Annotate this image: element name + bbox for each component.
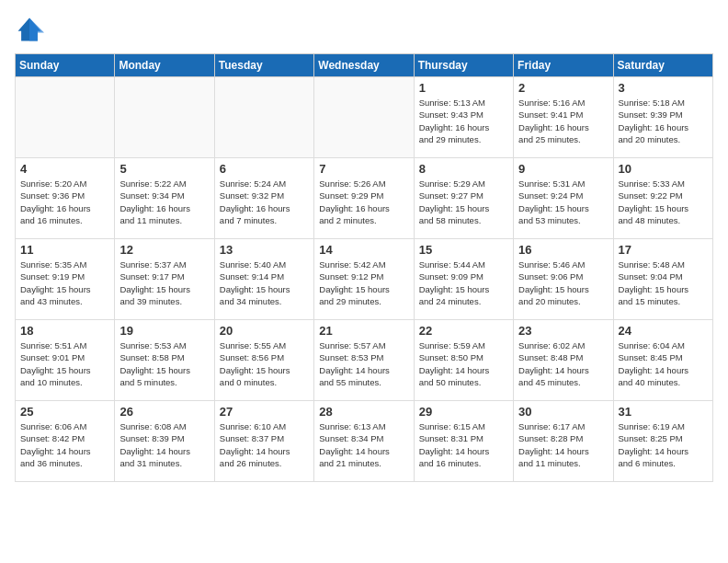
day-info: Sunrise: 5:35 AM Sunset: 9:19 PM Dayligh… [20,259,109,307]
day-info: Sunrise: 5:59 AM Sunset: 8:50 PM Dayligh… [419,339,508,388]
calendar-cell: 13Sunrise: 5:40 AM Sunset: 9:14 PM Dayli… [214,239,313,320]
calendar-cell: 26Sunrise: 6:08 AM Sunset: 8:39 PM Dayli… [115,401,214,482]
logo [15,15,48,44]
calendar-cell: 22Sunrise: 5:59 AM Sunset: 8:50 PM Dayli… [414,320,513,401]
day-number: 15 [419,243,508,257]
day-number: 8 [419,162,508,176]
day-number: 27 [220,405,309,419]
calendar-cell [16,77,115,158]
day-info: Sunrise: 5:51 AM Sunset: 9:01 PM Dayligh… [20,339,109,388]
day-number: 3 [619,81,708,95]
weekday-header-thursday: Thursday [414,54,513,77]
day-info: Sunrise: 5:18 AM Sunset: 9:39 PM Dayligh… [619,97,708,145]
calendar-cell: 17Sunrise: 5:48 AM Sunset: 9:04 PM Dayli… [613,239,712,320]
logo-icon [15,15,44,44]
day-number: 9 [518,162,608,176]
day-number: 17 [619,243,708,257]
calendar-cell: 20Sunrise: 5:55 AM Sunset: 8:56 PM Dayli… [214,320,313,401]
calendar-table: SundayMondayTuesdayWednesdayThursdayFrid… [15,53,713,482]
day-number: 7 [319,162,408,176]
day-number: 20 [220,324,309,338]
calendar-cell: 24Sunrise: 6:04 AM Sunset: 8:45 PM Dayli… [613,320,712,401]
day-info: Sunrise: 5:40 AM Sunset: 9:14 PM Dayligh… [220,259,309,307]
day-info: Sunrise: 6:08 AM Sunset: 8:39 PM Dayligh… [119,420,209,469]
day-number: 30 [518,405,608,419]
day-number: 12 [119,243,209,257]
day-info: Sunrise: 5:53 AM Sunset: 8:58 PM Dayligh… [119,339,209,388]
calendar-cell: 1Sunrise: 5:13 AM Sunset: 9:43 PM Daylig… [414,77,513,158]
day-number: 10 [619,162,708,176]
calendar-cell: 4Sunrise: 5:20 AM Sunset: 9:36 PM Daylig… [16,158,115,239]
weekday-header-monday: Monday [115,54,214,77]
day-number: 16 [518,243,608,257]
day-info: Sunrise: 5:16 AM Sunset: 9:41 PM Dayligh… [518,97,608,145]
calendar-cell: 31Sunrise: 6:19 AM Sunset: 8:25 PM Dayli… [613,401,712,482]
calendar-cell: 14Sunrise: 5:42 AM Sunset: 9:12 PM Dayli… [314,239,414,320]
calendar-cell: 5Sunrise: 5:22 AM Sunset: 9:34 PM Daylig… [115,158,214,239]
day-number: 21 [319,324,408,338]
day-info: Sunrise: 6:02 AM Sunset: 8:48 PM Dayligh… [518,339,608,388]
calendar-cell [314,77,414,158]
calendar-cell: 16Sunrise: 5:46 AM Sunset: 9:06 PM Dayli… [514,239,613,320]
weekday-header-friday: Friday [514,54,613,77]
day-info: Sunrise: 5:26 AM Sunset: 9:29 PM Dayligh… [319,178,408,226]
day-info: Sunrise: 5:24 AM Sunset: 9:32 PM Dayligh… [220,178,309,226]
weekday-header-saturday: Saturday [613,54,712,77]
weekday-header-sunday: Sunday [16,54,115,77]
calendar-cell: 18Sunrise: 5:51 AM Sunset: 9:01 PM Dayli… [16,320,115,401]
day-info: Sunrise: 6:17 AM Sunset: 8:28 PM Dayligh… [518,420,608,469]
calendar-cell: 11Sunrise: 5:35 AM Sunset: 9:19 PM Dayli… [16,239,115,320]
calendar-week-row: 25Sunrise: 6:06 AM Sunset: 8:42 PM Dayli… [16,401,713,482]
calendar-cell: 21Sunrise: 5:57 AM Sunset: 8:53 PM Dayli… [314,320,414,401]
calendar-cell: 25Sunrise: 6:06 AM Sunset: 8:42 PM Dayli… [16,401,115,482]
day-info: Sunrise: 6:15 AM Sunset: 8:31 PM Dayligh… [419,420,508,469]
day-info: Sunrise: 5:33 AM Sunset: 9:22 PM Dayligh… [619,178,708,226]
day-number: 26 [119,405,209,419]
day-info: Sunrise: 6:10 AM Sunset: 8:37 PM Dayligh… [220,420,309,469]
calendar-cell: 6Sunrise: 5:24 AM Sunset: 9:32 PM Daylig… [214,158,313,239]
calendar-cell: 3Sunrise: 5:18 AM Sunset: 9:39 PM Daylig… [613,77,712,158]
day-info: Sunrise: 5:20 AM Sunset: 9:36 PM Dayligh… [20,178,109,226]
day-info: Sunrise: 5:13 AM Sunset: 9:43 PM Dayligh… [419,97,508,145]
day-number: 18 [20,324,109,338]
calendar-week-row: 18Sunrise: 5:51 AM Sunset: 9:01 PM Dayli… [16,320,713,401]
day-number: 1 [419,81,508,95]
calendar-week-row: 1Sunrise: 5:13 AM Sunset: 9:43 PM Daylig… [16,77,713,158]
day-number: 5 [119,162,209,176]
day-info: Sunrise: 6:04 AM Sunset: 8:45 PM Dayligh… [619,339,708,388]
calendar-cell: 15Sunrise: 5:44 AM Sunset: 9:09 PM Dayli… [414,239,513,320]
day-number: 11 [20,243,109,257]
day-number: 23 [518,324,608,338]
day-number: 6 [220,162,309,176]
calendar-cell: 27Sunrise: 6:10 AM Sunset: 8:37 PM Dayli… [214,401,313,482]
day-number: 4 [20,162,109,176]
day-number: 13 [220,243,309,257]
calendar-cell: 7Sunrise: 5:26 AM Sunset: 9:29 PM Daylig… [314,158,414,239]
calendar-cell: 9Sunrise: 5:31 AM Sunset: 9:24 PM Daylig… [514,158,613,239]
day-info: Sunrise: 5:55 AM Sunset: 8:56 PM Dayligh… [220,339,309,388]
day-info: Sunrise: 6:13 AM Sunset: 8:34 PM Dayligh… [319,420,408,469]
calendar-header-row: SundayMondayTuesdayWednesdayThursdayFrid… [16,54,713,77]
calendar-cell: 12Sunrise: 5:37 AM Sunset: 9:17 PM Dayli… [115,239,214,320]
calendar-cell: 28Sunrise: 6:13 AM Sunset: 8:34 PM Dayli… [314,401,414,482]
calendar-cell: 29Sunrise: 6:15 AM Sunset: 8:31 PM Dayli… [414,401,513,482]
svg-marker-1 [29,18,44,41]
day-number: 25 [20,405,109,419]
calendar-cell [214,77,313,158]
day-number: 24 [619,324,708,338]
calendar-cell: 10Sunrise: 5:33 AM Sunset: 9:22 PM Dayli… [613,158,712,239]
day-info: Sunrise: 5:29 AM Sunset: 9:27 PM Dayligh… [419,178,508,226]
calendar-cell: 19Sunrise: 5:53 AM Sunset: 8:58 PM Dayli… [115,320,214,401]
day-info: Sunrise: 5:57 AM Sunset: 8:53 PM Dayligh… [319,339,408,388]
calendar-week-row: 4Sunrise: 5:20 AM Sunset: 9:36 PM Daylig… [16,158,713,239]
page-header [15,15,713,44]
day-info: Sunrise: 5:44 AM Sunset: 9:09 PM Dayligh… [419,259,508,307]
calendar-cell [115,77,214,158]
weekday-header-tuesday: Tuesday [214,54,313,77]
day-info: Sunrise: 5:37 AM Sunset: 9:17 PM Dayligh… [119,259,209,307]
weekday-header-wednesday: Wednesday [314,54,414,77]
day-number: 22 [419,324,508,338]
day-number: 29 [419,405,508,419]
day-number: 14 [319,243,408,257]
day-info: Sunrise: 6:19 AM Sunset: 8:25 PM Dayligh… [619,420,708,469]
